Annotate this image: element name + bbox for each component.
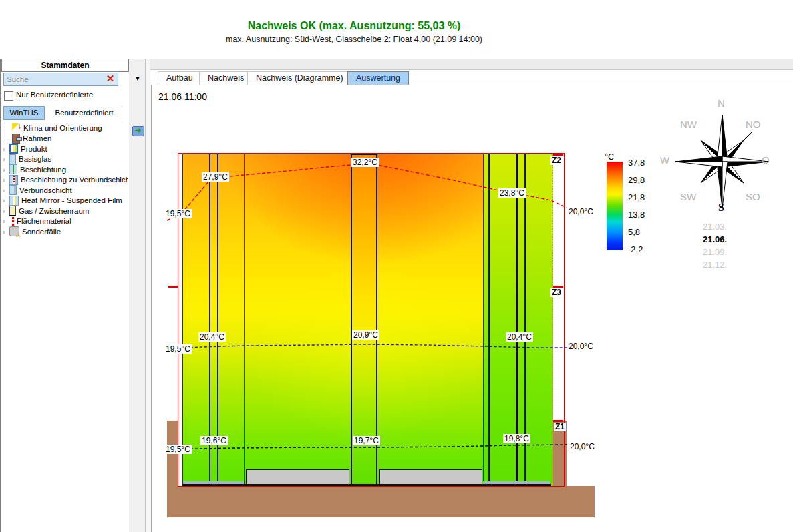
simulation-timestamp: 21.06 11:00 [158, 91, 207, 102]
temp-label: 20,4°C [506, 332, 533, 342]
temp-label: 19,7°C [353, 436, 380, 445]
legend-tick: 13,8 [628, 210, 645, 220]
compass-dir-nw[interactable]: NW [680, 119, 697, 130]
clear-search-icon[interactable]: ✕ [104, 73, 116, 85]
tree-item-produkt[interactable]: ›Produkt [3, 144, 128, 154]
panel-splitter[interactable] [145, 59, 152, 532]
expand-chevron-icon[interactable]: › [3, 166, 9, 174]
tab-aufbau[interactable]: Aufbau [158, 71, 202, 85]
tab-auswertung[interactable]: Auswertung [347, 71, 409, 85]
tree-item-gas[interactable]: ›Gas / Zwischenraum [3, 206, 128, 216]
tree-item-flaechenmaterial[interactable]: ›Flächenmaterial [3, 216, 128, 227]
expand-chevron-icon[interactable]: › [3, 176, 9, 184]
compass-dir-sw[interactable]: SW [680, 191, 696, 202]
temp-label: 19,6°C [200, 436, 228, 445]
legend-unit: °C [605, 152, 614, 162]
main-tab-bar: Aufbau Nachweis Nachweis (Diagramme) Aus… [150, 70, 793, 85]
tree-line [5, 134, 12, 144]
date-item-2112[interactable]: 21.12. [703, 260, 743, 270]
coating-icon [9, 164, 17, 174]
legend-tick: 21,8 [628, 192, 645, 202]
tab-nachweis[interactable]: Nachweis [199, 71, 253, 85]
zone-label-z2: Z2 [550, 156, 563, 165]
date-item-2103[interactable]: 21.03. [703, 222, 743, 232]
temp-label: 19,5°C [164, 445, 192, 454]
compass-dir-o[interactable]: O [762, 154, 770, 166]
coating-laminate-icon [9, 175, 18, 185]
expand-chevron-icon[interactable]: › [3, 186, 9, 194]
compass-dir-s[interactable]: S [718, 202, 724, 214]
tree-item-verbundschicht[interactable]: ›Verbundschicht [3, 185, 128, 196]
tree-line [5, 123, 12, 134]
temp-label: 27,9°C [202, 172, 229, 182]
product-icon [9, 144, 18, 154]
date-item-2109[interactable]: 21.09. [703, 247, 743, 257]
gas-gap-icon [9, 206, 16, 216]
result-status-subtitle: max. Ausnutzung: Süd-West, Glasscheibe 2… [152, 35, 556, 44]
temp-label: 19,5°C [164, 209, 192, 218]
expand-chevron-icon[interactable]: › [3, 207, 9, 215]
main-toolbar-strip [150, 59, 793, 70]
sidebar-tab-benutzerdefiniert[interactable]: Benutzerdefiniert [46, 106, 122, 120]
compass-dir-n[interactable]: N [718, 97, 725, 109]
frame-icon [12, 134, 20, 144]
tab-nachweis-diagramme[interactable]: Nachweis (Diagramme) [247, 71, 352, 85]
compass-dir-no[interactable]: NO [746, 119, 761, 130]
apply-arrow-button[interactable] [132, 126, 144, 136]
compass-dir-so[interactable]: SO [746, 191, 760, 202]
master-data-tree: Klima und Orientierung Rahmen ›Produkt ›… [3, 123, 128, 237]
zone-label-z1: Z1 [554, 423, 566, 431]
temp-label: 20,0°C [569, 442, 596, 451]
legend-tick: -2,2 [628, 244, 643, 254]
area-material-icon [12, 217, 14, 226]
compass-dir-w[interactable]: W [660, 154, 669, 166]
temp-label: 20,9°C [352, 330, 379, 340]
expand-chevron-icon[interactable]: › [3, 228, 9, 236]
temp-label: 19,5°C [164, 344, 192, 354]
legend-tick: 29,8 [628, 175, 645, 185]
temp-label: 32,2°C [351, 158, 379, 167]
date-item-2106[interactable]: 21.06. [703, 234, 743, 244]
tree-item-sonderfaelle[interactable]: ›Sonderfälle [3, 226, 128, 237]
heat-mirror-icon [9, 196, 19, 206]
expand-chevron-icon[interactable]: › [3, 196, 9, 204]
special-cases-icon [9, 226, 19, 236]
expand-chevron-icon[interactable]: › [3, 155, 9, 163]
tree-item-basisglas[interactable]: ›Basisglas [3, 154, 128, 165]
expand-chevron-icon[interactable]: › [3, 145, 9, 153]
temp-label: 20,0°C [567, 342, 595, 351]
search-dropdown-icon[interactable]: ▼ [132, 73, 144, 85]
application-window: Nachweis OK (max. Ausnutzung: 55,03 %) m… [0, 0, 793, 532]
climate-icon [12, 123, 21, 132]
search-input[interactable]: Suche [3, 73, 118, 86]
legend-tick: 5,8 [628, 227, 640, 237]
tree-item-rahmen[interactable]: Rahmen [3, 134, 128, 144]
zone-tick [168, 286, 178, 288]
tree-item-heat-mirror[interactable]: ›Heat Mirror - Suspended Film [3, 196, 128, 206]
temp-label: 20,0°C [567, 207, 595, 216]
legend-color-scale [607, 162, 623, 250]
temp-label: 23,8°C [498, 188, 526, 198]
tree-item-beschichtung-verbund[interactable]: ›Beschichtung zu Verbundschich [3, 175, 128, 186]
wall-bottom [167, 486, 595, 517]
legend-tick: 37,8 [628, 158, 645, 168]
temp-label: 19,8°C [503, 434, 530, 443]
filter-checkbox[interactable] [4, 91, 13, 101]
temp-label: 20,4°C [198, 332, 226, 342]
laminate-layer-icon [9, 185, 17, 195]
filter-checkbox-label: Nur Benutzerdefinierte [16, 91, 93, 99]
expand-chevron-icon[interactable]: › [3, 217, 9, 225]
zone-label-z3: Z3 [550, 288, 563, 297]
sidebar-tab-winths[interactable]: WinTHS [3, 106, 45, 120]
result-status-title: Nachweis OK (max. Ausnutzung: 55,03 %) [152, 20, 556, 32]
base-glass-icon [9, 154, 16, 164]
tree-item-klima[interactable]: Klima und Orientierung [3, 123, 128, 134]
sidebar-title: Stammdaten [1, 59, 129, 72]
tree-item-beschichtung[interactable]: ›Beschichtung [3, 164, 128, 175]
